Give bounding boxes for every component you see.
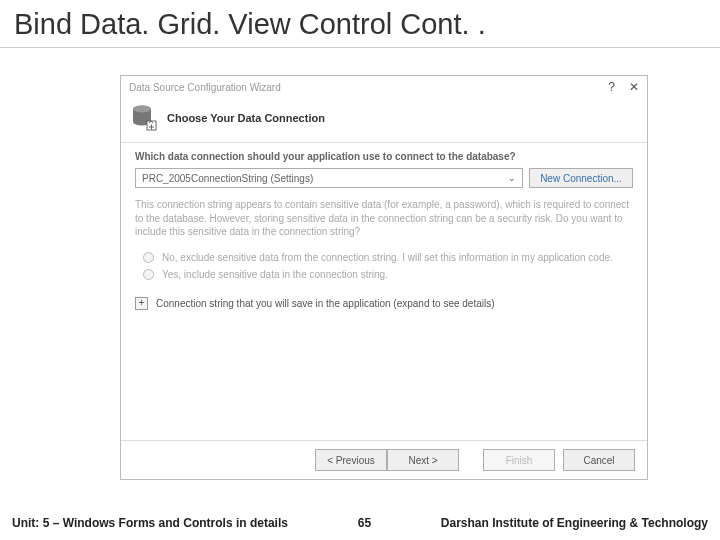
- window-title-text: Data Source Configuration Wizard: [129, 82, 281, 93]
- wizard-header: Choose Your Data Connection: [121, 98, 647, 142]
- next-button[interactable]: Next >: [387, 449, 459, 471]
- expand-button[interactable]: +: [135, 297, 148, 310]
- database-icon: [131, 104, 157, 132]
- wizard-header-title: Choose Your Data Connection: [167, 112, 325, 124]
- radio-include-sensitive[interactable]: Yes, include sensitive data in the conne…: [135, 266, 633, 283]
- close-icon[interactable]: ✕: [629, 80, 639, 94]
- footer-unit: Unit: 5 – Windows Forms and Controls in …: [12, 516, 288, 530]
- radio-icon: [143, 252, 154, 263]
- footer-institute: Darshan Institute of Engineering & Techn…: [441, 516, 708, 530]
- new-connection-button[interactable]: New Connection...: [529, 168, 633, 188]
- chevron-down-icon: ⌄: [508, 173, 516, 183]
- finish-button: Finish: [483, 449, 555, 471]
- divider: [121, 142, 647, 143]
- slide-footer: Unit: 5 – Windows Forms and Controls in …: [0, 508, 720, 540]
- connection-question: Which data connection should your applic…: [135, 151, 633, 162]
- connection-string-expand-label: Connection string that you will save in …: [156, 298, 495, 309]
- window-titlebar: Data Source Configuration Wizard ? ✕: [121, 76, 647, 98]
- radio-include-label: Yes, include sensitive data in the conne…: [162, 269, 388, 280]
- svg-point-1: [133, 106, 151, 113]
- connection-dropdown[interactable]: PRC_2005ConnectionString (Settings) ⌄: [135, 168, 523, 188]
- radio-icon: [143, 269, 154, 280]
- slide-title: Bind Data. Grid. View Control Cont. .: [0, 0, 720, 48]
- footer-page-number: 65: [358, 516, 371, 530]
- connection-selected-value: PRC_2005ConnectionString (Settings): [142, 173, 313, 184]
- cancel-button[interactable]: Cancel: [563, 449, 635, 471]
- radio-exclude-label: No, exclude sensitive data from the conn…: [162, 252, 613, 263]
- help-icon[interactable]: ?: [608, 80, 615, 94]
- wizard-button-bar: < Previous Next > Finish Cancel: [121, 440, 647, 479]
- radio-exclude-sensitive[interactable]: No, exclude sensitive data from the conn…: [135, 249, 633, 266]
- sensitive-data-explanation: This connection string appears to contai…: [135, 198, 633, 239]
- wizard-window: Data Source Configuration Wizard ? ✕ Cho…: [120, 75, 648, 480]
- previous-button[interactable]: < Previous: [315, 449, 387, 471]
